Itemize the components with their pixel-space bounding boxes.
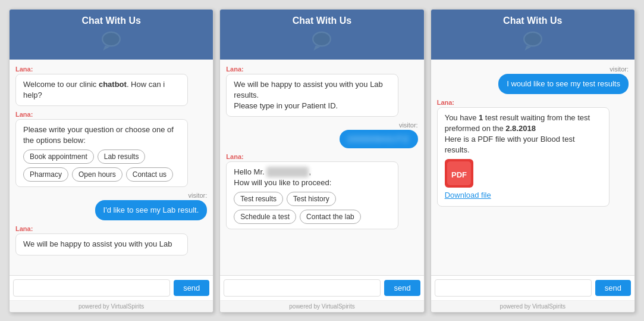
option-pharmacy[interactable]: Pharmacy bbox=[23, 167, 68, 182]
chat-header-1: Chat With Us bbox=[10, 10, 213, 60]
bubble-3: We will be happy to assist you with you … bbox=[15, 233, 188, 255]
lana-msg-4: Lana: We will be happy to assist you wit… bbox=[226, 66, 417, 117]
header-title-1: Chat With Us bbox=[81, 15, 140, 26]
chat-icon-2 bbox=[310, 29, 334, 52]
svg-text:PDF: PDF bbox=[451, 171, 467, 180]
sender-lana-2: Lana: bbox=[15, 111, 207, 118]
bubble-6: You have 1 test result waiting from the … bbox=[437, 107, 610, 207]
option-test-results[interactable]: Test results bbox=[234, 192, 283, 206]
sender-lana-1: Lana: bbox=[15, 66, 207, 73]
bubble-2: Please write your question or choose one… bbox=[15, 119, 188, 187]
options-row-2: Test results Test history Schedule a tes… bbox=[234, 192, 391, 224]
sender-lana-6: Lana: bbox=[437, 99, 629, 106]
send-button-3[interactable]: send bbox=[595, 280, 631, 296]
lana-msg-6: Lana: You have 1 test result waiting fro… bbox=[437, 99, 629, 207]
chat-icon-3 bbox=[521, 29, 545, 52]
chat-body-3: visitor: I would like to see my test res… bbox=[431, 60, 634, 275]
chat-input-2[interactable] bbox=[224, 279, 381, 297]
svg-point-2 bbox=[103, 33, 120, 45]
svg-point-5 bbox=[314, 33, 330, 45]
chat-widget-3: Chat With Us visitor: I would like to se… bbox=[431, 9, 635, 313]
header-title-3: Chat With Us bbox=[503, 15, 562, 26]
chat-body-2: Lana: We will be happy to assist you wit… bbox=[220, 60, 423, 275]
svg-point-8 bbox=[524, 33, 541, 45]
powered-by-1: powered by VirtualSpirits bbox=[10, 300, 213, 312]
svg-marker-4 bbox=[314, 45, 321, 50]
sender-visitor-1: visitor: bbox=[189, 192, 208, 199]
visitor-msg-2: visitor: 200009A0JTZ bbox=[226, 121, 417, 148]
lana-msg-1: Lana: Welcome to our clinic chatbot. How… bbox=[15, 66, 207, 106]
chat-body-1: Lana: Welcome to our clinic chatbot. How… bbox=[10, 60, 213, 275]
chat-footer-3: send bbox=[431, 275, 634, 300]
patient-id-bubble: 200009A0JTZ bbox=[340, 130, 418, 148]
chat-widget-2: Chat With Us Lana: We will be happy to a… bbox=[219, 9, 424, 313]
option-test-history[interactable]: Test history bbox=[287, 192, 336, 206]
send-button-2[interactable]: send bbox=[384, 280, 420, 296]
chat-footer-2: send bbox=[220, 275, 423, 300]
sender-lana-5: Lana: bbox=[226, 153, 417, 160]
bubble-1: Welcome to our clinic chatbot. How can i… bbox=[15, 74, 188, 106]
option-book-appointment[interactable]: Book appointment bbox=[23, 149, 94, 164]
visitor-msg-1: visitor: I'd like to see my Lab result. bbox=[15, 192, 207, 220]
svg-marker-7 bbox=[524, 45, 531, 50]
chat-containers: Chat With Us Lana: Welcome to our clinic… bbox=[0, 0, 644, 321]
option-open-hours[interactable]: Open hours bbox=[72, 167, 122, 182]
pdf-container: PDF Download file bbox=[445, 159, 602, 201]
lana-msg-5: Lana: Hello Mr. Brightman, How will you … bbox=[226, 153, 417, 229]
powered-by-3: powered by VirtualSpirits bbox=[431, 300, 634, 312]
options-row-1: Book appointment Lab results Pharmacy Op… bbox=[23, 149, 180, 182]
sender-visitor-3: visitor: bbox=[610, 66, 629, 73]
send-button-1[interactable]: send bbox=[174, 280, 209, 296]
option-contact-us[interactable]: Contact us bbox=[126, 167, 173, 182]
visitor-msg-3: visitor: I would like to see my test res… bbox=[437, 66, 629, 94]
option-lab-results[interactable]: Lab results bbox=[98, 149, 146, 164]
chat-icon-1 bbox=[99, 29, 123, 52]
sender-lana-4: Lana: bbox=[226, 66, 417, 73]
bubble-4: We will be happy to assist you with you … bbox=[226, 74, 398, 117]
chat-input-3[interactable] bbox=[435, 279, 592, 297]
sender-lana-3: Lana: bbox=[15, 225, 207, 232]
visitor-bubble-3: I would like to see my test results bbox=[498, 74, 629, 94]
powered-by-2: powered by VirtualSpirits bbox=[220, 300, 423, 312]
sender-visitor-2: visitor: bbox=[399, 121, 418, 129]
chat-input-1[interactable] bbox=[13, 279, 170, 297]
option-contact-lab[interactable]: Contact the lab bbox=[300, 210, 361, 224]
chat-widget-1: Chat With Us Lana: Welcome to our clinic… bbox=[9, 9, 213, 313]
lana-msg-2: Lana: Please write your question or choo… bbox=[15, 111, 207, 187]
option-schedule-test[interactable]: Schedule a test bbox=[234, 210, 296, 224]
svg-marker-1 bbox=[103, 45, 110, 50]
pdf-icon: PDF bbox=[445, 159, 473, 188]
download-link[interactable]: Download file bbox=[445, 190, 491, 201]
header-title-2: Chat With Us bbox=[293, 15, 351, 26]
chat-header-2: Chat With Us bbox=[220, 10, 423, 60]
lana-msg-3: Lana: We will be happy to assist you wit… bbox=[15, 225, 207, 255]
bubble-5: Hello Mr. Brightman, How will you like t… bbox=[226, 161, 398, 229]
chat-header-3: Chat With Us bbox=[431, 10, 634, 60]
chat-footer-1: send bbox=[10, 275, 213, 300]
visitor-bubble-1: I'd like to see my Lab result. bbox=[95, 200, 208, 220]
